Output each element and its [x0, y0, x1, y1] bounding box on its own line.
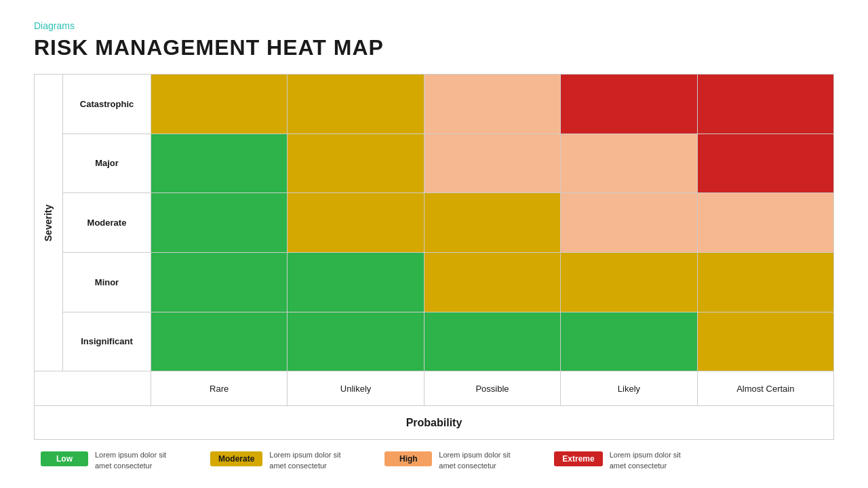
legend-badge-low: Low	[41, 451, 88, 466]
cell-1-4	[698, 134, 833, 193]
severity-label-col: Severity	[35, 75, 63, 371]
legend-badge-extreme: Extreme	[554, 451, 602, 466]
cell-4-0	[151, 312, 288, 371]
cell-4-1	[288, 312, 424, 371]
row-label-catastrophic: Catastrophic	[63, 75, 151, 134]
page-title: RISK MANAGEMENT HEAT MAP	[34, 35, 834, 60]
col-header-unlikely: Unlikely	[288, 371, 424, 405]
col-header-likely: Likely	[561, 371, 697, 405]
col-headers-row: Rare Unlikely Possible Likely Almost Cer…	[35, 371, 833, 405]
severity-label: Severity	[43, 204, 54, 241]
cell-2-4	[698, 193, 833, 252]
legend-badge-high: High	[384, 451, 432, 466]
grid-row-2	[151, 193, 833, 253]
legend-text-moderate: Lorem ipsum dolor sit amet consectetur	[269, 450, 357, 471]
chart-wrapper: Severity Catastrophic Major Moderate Min…	[34, 74, 834, 440]
cell-2-3	[561, 193, 697, 252]
cell-3-4	[698, 253, 833, 312]
matrix-area: Severity Catastrophic Major Moderate Min…	[35, 75, 833, 371]
legend-item-low: Low Lorem ipsum dolor sit amet consectet…	[41, 450, 183, 471]
cell-2-0	[151, 193, 288, 252]
legend-text-extreme: Lorem ipsum dolor sit amet consectetur	[610, 450, 698, 471]
cell-0-4	[698, 75, 833, 134]
row-label-minor: Minor	[63, 253, 151, 312]
col-header-spacer	[35, 371, 151, 405]
col-header-possible: Possible	[425, 371, 561, 405]
row-label-moderate: Moderate	[63, 193, 151, 253]
grid-row-1	[151, 134, 833, 194]
cell-1-2	[425, 134, 561, 193]
grid-area	[151, 75, 833, 371]
row-label-major: Major	[63, 134, 151, 194]
cell-0-3	[561, 75, 697, 134]
legend-item-moderate: Moderate Lorem ipsum dolor sit amet cons…	[210, 450, 357, 471]
cell-0-1	[288, 75, 424, 134]
cell-2-2	[425, 193, 561, 252]
grid-row-3	[151, 253, 833, 312]
cell-3-1	[288, 253, 424, 312]
legend-row: Low Lorem ipsum dolor sit amet consectet…	[34, 440, 834, 474]
grid-row-0	[151, 75, 833, 134]
cell-3-3	[561, 253, 697, 312]
legend-item-extreme: Extreme Lorem ipsum dolor sit amet conse…	[554, 450, 697, 471]
col-header-almost-certain: Almost Certain	[698, 371, 833, 405]
legend-badge-moderate: Moderate	[210, 451, 262, 466]
cell-4-4	[698, 312, 833, 371]
col-headers-area: Rare Unlikely Possible Likely Almost Cer…	[151, 371, 833, 405]
cell-1-3	[561, 134, 697, 193]
probability-label: Probability	[406, 417, 462, 429]
legend-text-low: Lorem ipsum dolor sit amet consectetur	[95, 450, 183, 471]
legend-item-high: High Lorem ipsum dolor sit amet consecte…	[384, 450, 527, 471]
cell-0-0	[151, 75, 288, 134]
probability-row: Probability	[35, 405, 833, 439]
cell-0-2	[425, 75, 561, 134]
grid-row-4	[151, 312, 833, 371]
row-label-insignificant: Insignificant	[63, 312, 151, 371]
cell-1-1	[288, 134, 424, 193]
cell-1-0	[151, 134, 288, 193]
page-container: Diagrams RISK MANAGEMENT HEAT MAP Severi…	[0, 0, 868, 488]
cell-3-0	[151, 253, 288, 312]
col-header-rare: Rare	[151, 371, 288, 405]
cell-2-1	[288, 193, 424, 252]
category-label: Diagrams	[34, 20, 834, 31]
row-labels-col: Catastrophic Major Moderate Minor Insign…	[63, 75, 151, 371]
cell-3-2	[425, 253, 561, 312]
cell-4-3	[561, 312, 697, 371]
legend-text-high: Lorem ipsum dolor sit amet consectetur	[439, 450, 527, 471]
cell-4-2	[425, 312, 561, 371]
